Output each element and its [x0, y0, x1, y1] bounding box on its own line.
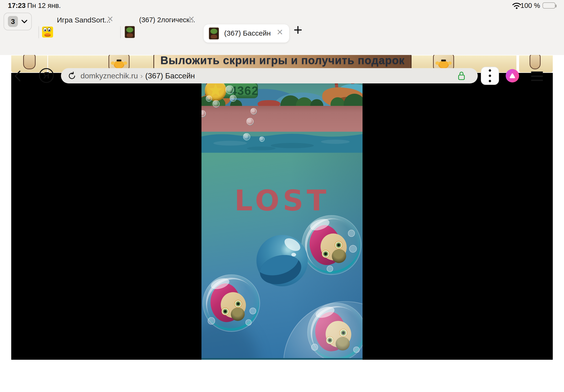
- lost-text: LOST: [201, 184, 363, 217]
- tab-title[interactable]: (367) 2логическ...: [139, 16, 195, 24]
- tab-title[interactable]: Игра SandSort...: [57, 16, 110, 24]
- tab-favicon-tree-icon: [209, 28, 219, 40]
- hamburger-icon: [531, 71, 543, 73]
- tab-active[interactable]: (367) Бассейн ×: [204, 24, 289, 42]
- url-text: domkyznechik.ru›(367) Бассейн: [81, 68, 195, 84]
- bubble: [230, 95, 236, 102]
- bubble: [246, 118, 254, 125]
- clock-text: 17:23: [8, 2, 26, 10]
- url-host: domkyznechik.ru: [81, 71, 138, 80]
- battery-percent: 100 %: [521, 2, 540, 10]
- web-page: Выложить скрин игры и получить подарок: [0, 55, 564, 392]
- url-page-title: (367) Бассейн: [145, 71, 195, 80]
- crab-emoji-icon: [114, 61, 124, 69]
- fish-bubble[interactable]: [203, 274, 260, 332]
- tab-favicon-tree-icon: [125, 26, 135, 38]
- tab-title: (367) Бассейн: [224, 29, 271, 37]
- game-stage: 4362 LOST: [11, 73, 553, 360]
- game-bottom-line: [201, 358, 363, 360]
- game-canvas[interactable]: 4362 LOST: [201, 73, 363, 360]
- tab-count-badge: 3: [8, 16, 18, 27]
- tab-count-button[interactable]: 3: [4, 13, 32, 30]
- tab-close-button[interactable]: ×: [188, 14, 194, 24]
- bubble: [250, 108, 257, 114]
- tab-divider: [120, 26, 121, 38]
- share-screenshot-label: Выложить скрин игры и получить подарок: [160, 55, 405, 67]
- lock-icon[interactable]: [458, 71, 465, 81]
- wifi-icon: [512, 2, 522, 10]
- tab-close-button[interactable]: ×: [107, 14, 113, 24]
- bubble: [206, 95, 212, 102]
- bubble: [259, 137, 264, 142]
- bubble: [225, 85, 234, 94]
- pool-wall: [201, 106, 363, 132]
- banner-panel-right: [519, 56, 553, 72]
- date-text: Пн 12 янв.: [27, 2, 61, 10]
- new-tab-button[interactable]: +: [293, 22, 302, 38]
- tab-divider: [39, 26, 39, 38]
- kebab-icon: [489, 69, 491, 72]
- browser-menu-button[interactable]: [481, 67, 499, 85]
- battery-icon: [542, 2, 555, 9]
- chevron-down-icon: [21, 20, 28, 23]
- address-bar[interactable]: domkyznechik.ru›(367) Бассейн: [61, 68, 478, 84]
- alice-assistant-button[interactable]: [506, 69, 519, 83]
- reload-icon[interactable]: [68, 71, 76, 80]
- status-bar: 17:23 Пн 12 янв. 100 %: [0, 0, 564, 11]
- waterline: [201, 132, 363, 154]
- crab-emoji-icon: [438, 61, 449, 69]
- fish-bubble[interactable]: [302, 215, 361, 275]
- yandex-logo[interactable]: Я: [39, 68, 54, 83]
- tab-close-button[interactable]: ×: [277, 27, 283, 37]
- bubble: [243, 133, 250, 140]
- url-arrow: ›: [138, 71, 145, 80]
- tab-bar: 3 Игра SandSort... × (367) 2логическ... …: [0, 11, 564, 32]
- back-button[interactable]: [14, 70, 22, 82]
- blue-ball[interactable]: [256, 235, 308, 286]
- hamburger-menu-button[interactable]: [531, 71, 543, 81]
- banner-mini-button[interactable]: [23, 55, 36, 69]
- bubble: [212, 100, 220, 107]
- alice-icon: [509, 73, 516, 79]
- tab-favicon-duck-icon: [42, 27, 53, 38]
- banner-mini-button[interactable]: [530, 55, 541, 69]
